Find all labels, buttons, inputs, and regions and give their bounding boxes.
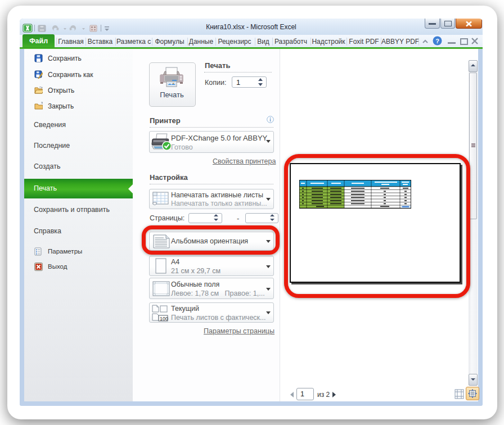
svg-text:100: 100 <box>160 316 168 322</box>
svg-text:?: ? <box>435 38 439 44</box>
